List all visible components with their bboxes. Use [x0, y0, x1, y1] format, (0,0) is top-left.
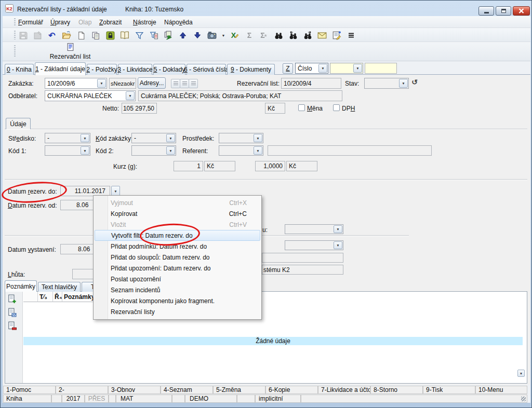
delete-note-icon[interactable]	[7, 321, 18, 332]
note-image-icon[interactable]	[7, 308, 18, 318]
menu-item-pridat-podminku[interactable]: Přidat podmínku: Datum rezerv. do	[95, 241, 260, 252]
menu-olap[interactable]: Olap	[78, 19, 91, 26]
chevron-down-icon[interactable]	[166, 146, 175, 155]
odberatel-combo[interactable]: CUKRÁRNA PALEČEK	[45, 90, 136, 101]
excel-export-icon[interactable]: X	[229, 30, 241, 41]
menu-upravy[interactable]: Úpravy	[50, 19, 70, 26]
tab-2-polozky[interactable]: 2 - Položky	[87, 64, 117, 75]
stredisko-combo[interactable]: -	[45, 133, 90, 143]
referent-combo[interactable]	[219, 145, 263, 156]
kod-zakazky-combo[interactable]: -	[131, 133, 176, 143]
sum-icon[interactable]: Σ	[244, 30, 255, 41]
tab-1-zakladni-udaje[interactable]: 1 - Základní údaje	[35, 62, 86, 75]
send-documents-icon[interactable]	[163, 30, 174, 41]
menu-nastroje[interactable]: Nástroje	[133, 19, 156, 26]
tab-9-dokumenty[interactable]: 9 - Dokumenty	[227, 64, 275, 75]
copy-icon[interactable]	[90, 30, 101, 41]
scroll-down-button[interactable]	[517, 370, 525, 377]
fkey-label: 6-Kopie	[269, 386, 290, 393]
menu-item-pridat-do-sloupcu[interactable]: Přidat do sloupců: Datum rezerv. do	[95, 252, 260, 263]
tab-3-likvidace[interactable]: 3 - Likvidace	[118, 64, 152, 75]
reload-icon[interactable]: ↺	[411, 78, 418, 86]
align-center-icon[interactable]	[180, 79, 189, 88]
menu-zobrazit[interactable]: Zobrazit	[99, 19, 122, 26]
chevron-down-icon[interactable]	[399, 79, 408, 88]
stav-combo[interactable]	[364, 78, 409, 89]
chevron-down-icon[interactable]	[254, 146, 262, 155]
kod2-combo[interactable]	[131, 145, 176, 156]
menu-item-vytvorit-filtr[interactable]: Vytvořit filtr: Datum rezerv. do	[95, 230, 260, 241]
tab-0-kniha[interactable]: 0 - Kniha	[5, 64, 34, 75]
menu-item-vyjmout[interactable]: VyjmoutCtrl+X	[95, 197, 260, 208]
restore-button[interactable]	[496, 6, 511, 16]
dph-checkbox[interactable]	[333, 104, 340, 111]
find-previous-icon[interactable]	[287, 30, 299, 41]
quick-filter-combo[interactable]	[330, 63, 363, 74]
chevron-down-icon[interactable]	[334, 241, 342, 249]
tab-5-doklady[interactable]: 5 - Doklady	[153, 64, 185, 75]
chevron-down-icon[interactable]	[97, 79, 106, 88]
chevron-down-icon[interactable]	[254, 134, 262, 142]
right-combo-2[interactable]	[285, 240, 343, 250]
datum-rezerv-do-field[interactable]: 11.01.2017	[60, 186, 110, 196]
save-as-icon[interactable]	[32, 30, 43, 41]
menu-napoveda[interactable]: Nápověda	[164, 19, 193, 26]
menu-formular[interactable]: Formulář	[18, 19, 43, 26]
tab-poznamky[interactable]: Poznámky	[5, 280, 37, 292]
filter-icon[interactable]	[134, 30, 145, 41]
align-left-icon[interactable]	[171, 79, 180, 88]
camera-icon[interactable]	[206, 30, 218, 41]
right-field-1	[262, 253, 343, 263]
edit-notes-icon[interactable]	[331, 30, 342, 41]
quick-search-input[interactable]	[365, 63, 397, 74]
resize-grip[interactable]	[521, 397, 526, 401]
tab-text-hlavicky[interactable]: Text hlavičky	[38, 282, 81, 292]
tab-udaje[interactable]: Údaje	[6, 118, 31, 129]
find-next-icon[interactable]	[302, 30, 313, 41]
chevron-down-icon[interactable]	[81, 134, 89, 142]
fkey-label: 9-Tisk	[426, 386, 443, 393]
menu-item-pridat-upozorneni[interactable]: Přidat upozornění: Datum rezerv. do	[95, 263, 260, 274]
menu-item-vlozit[interactable]: VložitCtrl+V	[95, 219, 260, 230]
menu-item-seznam-incidentu[interactable]: Seznam incidentů	[95, 284, 260, 295]
datum-rezerv-do-dropdown[interactable]	[111, 186, 120, 196]
menu-item-kopirovat-komponentu[interactable]: Kopírovat komponentu jako fragment.	[95, 295, 260, 306]
move-up-icon[interactable]	[177, 30, 189, 41]
zakazka-combo[interactable]: 10/2009/6	[45, 78, 107, 89]
minimize-button[interactable]	[478, 6, 494, 16]
align-right-icon[interactable]	[189, 79, 198, 88]
chevron-down-icon[interactable]	[81, 146, 89, 155]
undo-icon[interactable]: ↶	[46, 30, 58, 41]
chevron-down-icon[interactable]	[353, 64, 362, 73]
menu-item-rezervacni-listy[interactable]: Rezervační listy	[95, 306, 260, 317]
mail-icon[interactable]	[316, 30, 328, 41]
number-type-combo[interactable]: Číslo	[295, 63, 328, 74]
z-button[interactable]: Z	[283, 63, 293, 74]
new-document-icon[interactable]	[75, 30, 87, 41]
chevron-down-icon[interactable]	[126, 91, 135, 100]
open-folder-icon[interactable]	[61, 30, 72, 41]
reservation-list-button[interactable]: Rezervační list	[18, 43, 122, 60]
menu-item-kopirovat[interactable]: KopírovatCtrl+C	[95, 208, 260, 219]
find-icon[interactable]	[273, 30, 284, 41]
right-combo-1[interactable]	[285, 224, 343, 234]
move-down-icon[interactable]	[192, 30, 203, 41]
save-icon[interactable]	[17, 30, 29, 41]
close-button[interactable]	[513, 6, 530, 16]
chevron-down-icon[interactable]	[318, 64, 327, 73]
sum-selected-icon[interactable]: Σ★	[258, 30, 270, 41]
prostredek-combo[interactable]	[219, 133, 263, 143]
menu-list-icon[interactable]	[345, 30, 357, 41]
book-icon[interactable]	[119, 30, 130, 41]
lock-icon[interactable]	[104, 30, 116, 41]
tab-6-seriova-cisla[interactable]: 6 - Sériová čísla	[187, 64, 226, 75]
kod1-combo[interactable]	[45, 145, 90, 156]
add-note-icon[interactable]	[7, 294, 18, 305]
mena-checkbox[interactable]	[298, 104, 305, 111]
filter-document-icon[interactable]	[148, 30, 159, 41]
chevron-down-icon[interactable]	[166, 134, 175, 142]
camera-dropdown-icon[interactable]: ▼	[221, 30, 226, 41]
chevron-down-icon[interactable]	[334, 225, 342, 233]
adresy-button[interactable]: Adresy...	[138, 77, 166, 89]
menu-item-poslat-upozorneni[interactable]: Poslat upozornění	[95, 274, 260, 284]
